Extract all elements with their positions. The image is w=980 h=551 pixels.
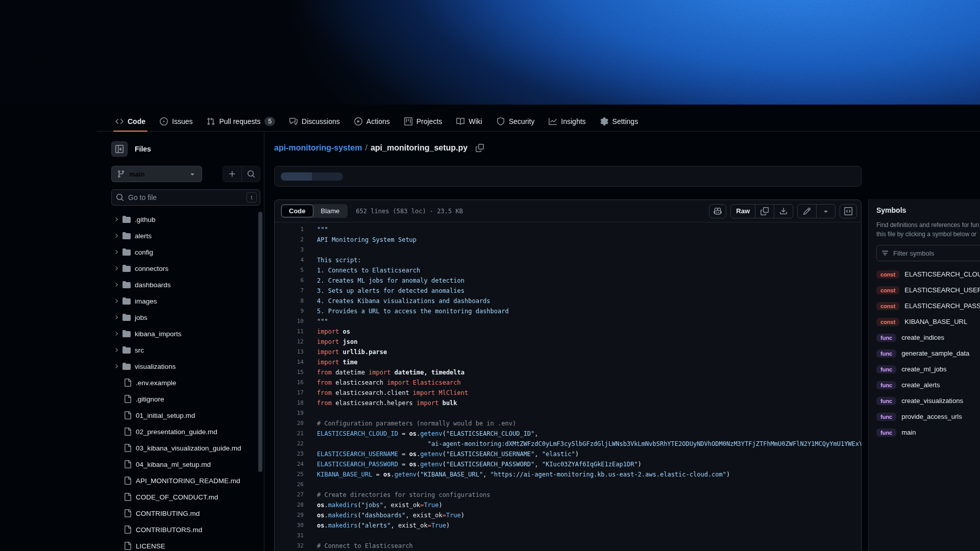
tree-item-CONTRIBUTING.md[interactable]: CONTRIBUTING.md: [111, 505, 260, 521]
symbols-toggle-button[interactable]: [840, 204, 857, 218]
symbol-item-create_visualizations[interactable]: funccreate_visualizations: [876, 393, 980, 409]
search-tree-button[interactable]: [241, 166, 260, 182]
line-number[interactable]: 14: [281, 357, 304, 367]
line-number[interactable]: 2: [281, 235, 304, 245]
tree-item-04_kibana_ml_setup.md[interactable]: 04_kibana_ml_setup.md: [111, 456, 260, 472]
nav-tab-issues[interactable]: Issues: [154, 112, 199, 131]
symbol-item-generate_sample_data[interactable]: funcgenerate_sample_data: [876, 345, 980, 361]
tree-item-alerts[interactable]: alerts: [111, 228, 260, 244]
line-number[interactable]: 31: [281, 531, 304, 541]
line-number[interactable]: 6: [281, 276, 304, 286]
breadcrumb-repo-link[interactable]: api-monitoring-system: [274, 143, 362, 153]
symbol-name: provide_access_urls: [901, 413, 962, 420]
go-to-file-input[interactable]: [111, 189, 260, 206]
line-number[interactable]: 20: [281, 418, 304, 429]
tree-item-src[interactable]: src: [111, 342, 260, 358]
edit-file-button[interactable]: [798, 205, 816, 218]
symbol-item-create_ml_jobs[interactable]: funccreate_ml_jobs: [876, 361, 980, 377]
line-number[interactable]: 24: [281, 459, 304, 469]
line-number[interactable]: 9: [281, 306, 304, 316]
line-number[interactable]: 29: [281, 510, 304, 520]
branch-selector[interactable]: main: [111, 166, 202, 182]
line-number[interactable]: 18: [281, 398, 304, 408]
line-number[interactable]: 8: [281, 296, 304, 306]
code-line: 95. Provides a URL to access the monitor…: [275, 306, 861, 316]
sidebar-scrollbar[interactable]: [258, 212, 262, 472]
tree-item-.env.example[interactable]: .env.example: [111, 374, 260, 391]
tree-item-dashboards[interactable]: dashboards: [111, 277, 260, 293]
line-number[interactable]: 32: [281, 541, 304, 551]
line-number[interactable]: 28: [281, 500, 304, 510]
line-number[interactable]: 21: [281, 429, 304, 439]
nav-tab-wiki[interactable]: Wiki: [450, 112, 488, 131]
filter-symbols-input[interactable]: [876, 245, 980, 261]
symbol-item-create_indices[interactable]: funccreate_indices: [876, 330, 980, 345]
copilot-button[interactable]: [709, 204, 726, 218]
code-line-text: from elasticsearch import Elasticsearch: [317, 378, 461, 388]
tree-item-LICENSE[interactable]: LICENSE: [111, 538, 260, 551]
chevron-down-icon: [188, 170, 197, 178]
tree-item-config[interactable]: config: [111, 244, 260, 260]
line-number[interactable]: 1: [281, 224, 304, 235]
edit-options-button[interactable]: [816, 205, 835, 218]
line-number[interactable]: 19: [281, 408, 304, 418]
nav-tab-settings[interactable]: Settings: [594, 112, 645, 131]
line-number[interactable]: 15: [281, 367, 304, 378]
folder-icon: [122, 346, 131, 354]
tab-blame[interactable]: Blame: [313, 205, 348, 217]
line-number[interactable]: 13: [281, 347, 304, 357]
line-number[interactable]: 26: [281, 480, 304, 490]
tab-code[interactable]: Code: [281, 205, 313, 217]
line-number[interactable]: 7: [281, 286, 304, 296]
tree-item-.gitignore[interactable]: .gitignore: [111, 391, 260, 407]
collapse-file-tree-button[interactable]: [111, 141, 128, 157]
tree-item-.github[interactable]: .github: [111, 211, 260, 228]
line-number[interactable]: 22: [281, 439, 304, 449]
raw-button[interactable]: Raw: [731, 205, 755, 218]
nav-tab-projects[interactable]: Projects: [398, 112, 449, 131]
nav-tab-discussions[interactable]: Discussions: [283, 112, 346, 131]
symbol-item-ELASTICSEARCH_CLOUD_ID[interactable]: constELASTICSEARCH_CLOUD_ID: [876, 266, 980, 282]
tree-item-visualizations[interactable]: visualizations: [111, 358, 260, 374]
nav-tab-insights[interactable]: Insights: [543, 112, 592, 131]
tree-item-CODE_OF_CONDUCT.md[interactable]: CODE_OF_CONDUCT.md: [111, 489, 260, 505]
tree-item-03_kibana_visualization_guide.md[interactable]: 03_kibana_visualization_guide.md: [111, 440, 260, 456]
symbol-item-ELASTICSEARCH_USERNAME[interactable]: constELASTICSEARCH_USERNAME: [876, 282, 980, 298]
symbol-item-KIBANA_BASE_URL[interactable]: constKIBANA_BASE_URL: [876, 314, 980, 330]
git-branch-icon: [117, 170, 125, 178]
line-number[interactable]: 11: [281, 327, 304, 337]
line-number[interactable]: 3: [281, 245, 304, 255]
nav-tab-security[interactable]: Security: [491, 112, 541, 131]
tree-item-CONTRIBUTORS.md[interactable]: CONTRIBUTORS.md: [111, 521, 260, 538]
line-number[interactable]: 27: [281, 490, 304, 500]
line-number[interactable]: 5: [281, 265, 304, 276]
tree-item-images[interactable]: images: [111, 293, 260, 309]
nav-tab-pull-requests[interactable]: Pull requests5: [201, 112, 281, 131]
tree-item-02_presentation_guide.md[interactable]: 02_presentation_guide.md: [111, 423, 260, 440]
add-file-button[interactable]: [223, 166, 241, 182]
nav-tab-code[interactable]: Code: [109, 112, 152, 131]
tree-item-API_MONITORING_README.md[interactable]: API_MONITORING_README.md: [111, 472, 260, 489]
symbol-item-provide_access_urls[interactable]: funcprovide_access_urls: [876, 409, 980, 424]
line-number[interactable]: 23: [281, 449, 304, 459]
tree-item-jobs[interactable]: jobs: [111, 309, 260, 325]
symbol-item-main[interactable]: funcmain: [876, 424, 980, 440]
line-number[interactable]: 30: [281, 520, 304, 531]
download-button[interactable]: [774, 205, 793, 218]
symbol-item-ELASTICSEARCH_PASSWORD[interactable]: constELASTICSEARCH_PASSWORD: [876, 298, 980, 314]
code-line-text: 4. Creates Kibana visualizations and das…: [317, 296, 491, 306]
symbol-item-create_alerts[interactable]: funccreate_alerts: [876, 377, 980, 393]
line-number[interactable]: 25: [281, 469, 304, 480]
copy-raw-button[interactable]: [755, 205, 774, 218]
nav-tab-actions[interactable]: Actions: [348, 112, 396, 131]
tree-item-kibana_imports[interactable]: kibana_imports: [111, 325, 260, 342]
line-number[interactable]: 12: [281, 337, 304, 347]
tree-item-connectors[interactable]: connectors: [111, 260, 260, 277]
copy-path-button[interactable]: [474, 142, 486, 154]
line-number[interactable]: 17: [281, 388, 304, 398]
line-number[interactable]: 16: [281, 378, 304, 388]
line-number[interactable]: 10: [281, 316, 304, 327]
tree-item-01_initial_setup.md[interactable]: 01_initial_setup.md: [111, 407, 260, 423]
line-number[interactable]: 4: [281, 255, 304, 265]
nav-tab-label: Insights: [561, 117, 585, 126]
